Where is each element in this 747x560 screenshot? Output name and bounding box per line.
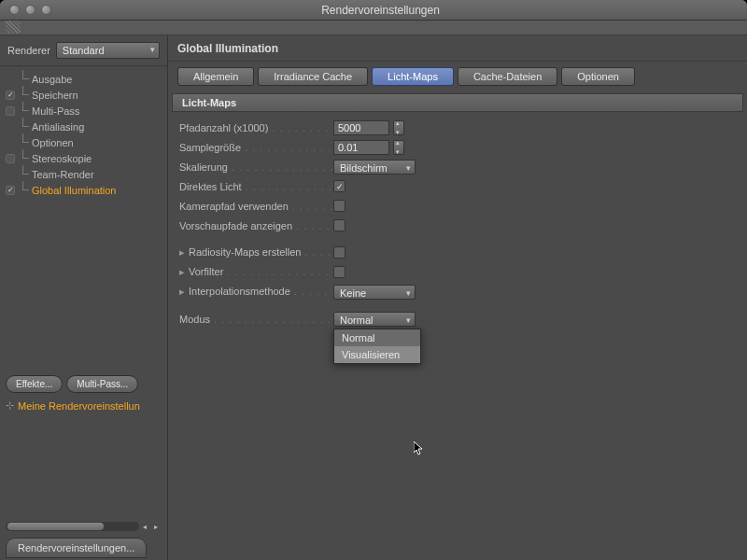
label-samplegroesse: Samplegröße bbox=[179, 142, 241, 153]
input-samplegroesse[interactable]: 0.01 bbox=[333, 140, 389, 155]
label-vorfilter: Vorfilter bbox=[189, 266, 223, 277]
label-direktes-licht: Direktes Licht bbox=[179, 181, 242, 192]
zoom-traffic[interactable] bbox=[41, 5, 51, 15]
scroll-left-icon[interactable]: ◂ bbox=[139, 523, 150, 531]
row-modus: Modus Normal bbox=[179, 309, 736, 329]
row-kamerapfad: Kamerapfad verwenden bbox=[179, 196, 736, 216]
effects-button[interactable]: Effekte... bbox=[6, 375, 63, 393]
sidebar-item-team-render[interactable]: Team-Render bbox=[0, 166, 167, 182]
input-pfadanzahl[interactable]: 5000 bbox=[333, 120, 389, 135]
body: Renderer Standard Ausgabe Speichern Mult… bbox=[0, 35, 747, 560]
checkbox-stereoskopie[interactable] bbox=[6, 154, 15, 163]
modus-popup: Normal Visualisieren bbox=[333, 329, 421, 364]
scroll-right-icon[interactable]: ▸ bbox=[150, 523, 162, 531]
row-skalierung: Skalierung Bildschirm bbox=[179, 157, 736, 176]
toolbar-strip bbox=[0, 21, 747, 35]
checkbox-radiosity[interactable] bbox=[333, 246, 345, 259]
label-vorschaupfade: Vorschaupfade anzeigen bbox=[179, 220, 292, 231]
label-modus: Modus bbox=[179, 314, 210, 325]
spinner-samplegroesse[interactable] bbox=[393, 140, 404, 155]
label-interpolation: Interpolationsmethode bbox=[189, 286, 290, 297]
renderer-label: Renderer bbox=[7, 45, 50, 56]
row-radiosity: ▸Radiosity-Maps erstellen bbox=[179, 243, 736, 262]
titlebar: Rendervoreinstellungen bbox=[0, 0, 747, 21]
checkbox-vorfilter[interactable] bbox=[333, 266, 345, 278]
sidebar: Renderer Standard Ausgabe Speichern Mult… bbox=[0, 35, 168, 560]
checkbox-direktes-licht[interactable] bbox=[333, 180, 345, 192]
main-panel: Global Illumination Allgemein Irradiance… bbox=[168, 35, 747, 560]
label-radiosity: Radiosity-Maps erstellen bbox=[189, 246, 301, 258]
checkbox-gi[interactable] bbox=[6, 186, 15, 195]
tab-allgemein[interactable]: Allgemein bbox=[177, 67, 254, 86]
section-title: Global Illumination bbox=[168, 35, 747, 62]
renderer-dropdown[interactable]: Standard bbox=[56, 42, 160, 59]
sidebar-scrollbar[interactable]: ◂ ▸ bbox=[6, 521, 162, 532]
row-pfadanzahl: Pfadanzahl (x1000) 5000 bbox=[179, 118, 736, 137]
checkbox-multipass[interactable] bbox=[6, 106, 15, 116]
expand-interpolation-icon[interactable]: ▸ bbox=[179, 286, 189, 298]
expand-vorfilter-icon[interactable]: ▸ bbox=[179, 266, 189, 278]
subheader: Licht-Maps bbox=[172, 93, 743, 112]
preset-handle-icon: ⊹ bbox=[6, 399, 14, 412]
dock-grip-icon[interactable] bbox=[6, 21, 21, 34]
spinner-pfadanzahl[interactable] bbox=[393, 120, 404, 135]
checkbox-speichern[interactable] bbox=[6, 91, 15, 100]
tab-optionen[interactable]: Optionen bbox=[561, 67, 635, 86]
dropdown-skalierung[interactable]: Bildschirm bbox=[333, 160, 416, 175]
dropdown-modus[interactable]: Normal bbox=[333, 312, 416, 327]
label-skalierung: Skalierung bbox=[179, 161, 228, 173]
traffic-lights bbox=[0, 5, 61, 15]
dropdown-interpolation[interactable]: Keine bbox=[333, 285, 416, 300]
minimize-traffic[interactable] bbox=[25, 5, 35, 15]
sidebar-item-speichern[interactable]: Speichern bbox=[0, 87, 167, 103]
checkbox-vorschaupfade[interactable] bbox=[333, 219, 345, 231]
sidebar-buttons: Effekte... Multi-Pass... bbox=[0, 371, 167, 397]
window: Rendervoreinstellungen Renderer Standard… bbox=[0, 0, 747, 560]
sidebar-item-antialiasing[interactable]: Antialiasing bbox=[0, 119, 167, 134]
close-traffic[interactable] bbox=[9, 5, 20, 15]
preset-row[interactable]: ⊹ Meine Rendervoreinstellun bbox=[0, 397, 167, 414]
sidebar-item-stereoskopie[interactable]: Stereoskopie bbox=[0, 150, 167, 166]
tab-licht-maps[interactable]: Licht-Maps bbox=[372, 67, 454, 86]
tab-cache-dateien[interactable]: Cache-Dateien bbox=[458, 67, 557, 86]
sidebar-item-global-illumination[interactable]: Global Illumination bbox=[0, 182, 167, 198]
label-kamerapfad: Kamerapfad verwenden bbox=[179, 201, 289, 212]
renderer-row: Renderer Standard bbox=[0, 35, 167, 66]
tab-irradiance-cache[interactable]: Irradiance Cache bbox=[258, 67, 368, 86]
sidebar-tree: Ausgabe Speichern Multi-Pass Antialiasin… bbox=[0, 66, 167, 203]
sidebar-item-ausgabe[interactable]: Ausgabe bbox=[0, 71, 167, 87]
row-vorfilter: ▸Vorfilter bbox=[179, 262, 736, 282]
status-tab: Rendervoreinstellungen... bbox=[0, 536, 167, 560]
mouse-cursor-icon bbox=[414, 441, 425, 456]
sidebar-item-multipass[interactable]: Multi-Pass bbox=[0, 103, 167, 119]
expand-radiosity-icon[interactable]: ▸ bbox=[179, 246, 189, 259]
preset-label: Meine Rendervoreinstellun bbox=[18, 400, 140, 412]
status-tab-label[interactable]: Rendervoreinstellungen... bbox=[6, 538, 147, 558]
form: Pfadanzahl (x1000) 5000 Samplegröße 0.01… bbox=[168, 118, 747, 329]
row-interpolation: ▸Interpolationsmethode Keine bbox=[179, 282, 736, 301]
row-direktes-licht: Direktes Licht bbox=[179, 176, 736, 196]
popup-item-visualisieren[interactable]: Visualisieren bbox=[334, 346, 420, 363]
popup-item-normal[interactable]: Normal bbox=[334, 329, 420, 346]
tabs: Allgemein Irradiance Cache Licht-Maps Ca… bbox=[168, 62, 747, 91]
label-pfadanzahl: Pfadanzahl (x1000) bbox=[179, 122, 268, 133]
scrollbar-thumb[interactable] bbox=[7, 523, 104, 530]
sidebar-item-optionen[interactable]: Optionen bbox=[0, 134, 167, 150]
row-samplegroesse: Samplegröße 0.01 bbox=[179, 137, 736, 157]
window-title: Rendervoreinstellungen bbox=[61, 4, 747, 17]
checkbox-kamerapfad[interactable] bbox=[333, 200, 345, 212]
row-vorschaupfade: Vorschaupfade anzeigen bbox=[179, 216, 736, 235]
multipass-button[interactable]: Multi-Pass... bbox=[66, 375, 138, 393]
